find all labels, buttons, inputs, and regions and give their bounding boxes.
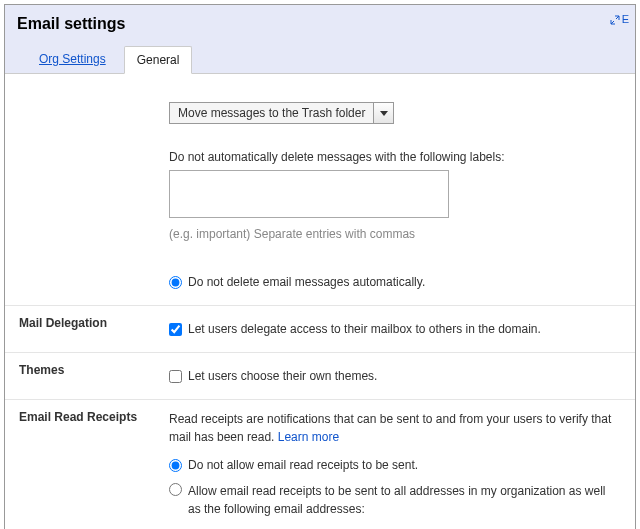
section-body-themes: Let users choose their own themes. — [165, 353, 635, 399]
receipts-description: Read receipts are notifications that can… — [169, 410, 621, 446]
checkbox-themes-label: Let users choose their own themes. — [188, 369, 377, 383]
section-body-delegation: Let users delegate access to their mailb… — [165, 306, 635, 352]
expand-link[interactable]: E — [610, 13, 629, 25]
radio-no-delete[interactable] — [169, 276, 182, 289]
radio-disallow-receipts[interactable] — [169, 459, 182, 472]
section-label-delegation: Mail Delegation — [5, 306, 165, 352]
learn-more-link[interactable]: Learn more — [278, 430, 339, 444]
section-label-receipts: Email Read Receipts — [5, 400, 165, 529]
radio-allow-receipts[interactable] — [169, 483, 182, 496]
checkbox-delegation-label: Let users delegate access to their mailb… — [188, 322, 541, 336]
checkbox-themes[interactable] — [169, 370, 182, 383]
section-themes: Themes Let users choose their own themes… — [5, 353, 635, 400]
section-body-receipts: Read receipts are notifications that can… — [165, 400, 635, 529]
section-receipts: Email Read Receipts Read receipts are no… — [5, 400, 635, 529]
labels-hint: (e.g. important) Separate entries with c… — [169, 227, 621, 241]
content: Move messages to the Trash folder Do not… — [5, 74, 635, 529]
tab-general[interactable]: General — [124, 46, 193, 74]
expand-icon — [610, 15, 620, 25]
tab-org-settings[interactable]: Org Settings — [27, 46, 118, 74]
dropdown-selected: Move messages to the Trash folder — [170, 106, 373, 120]
labels-textarea[interactable] — [169, 170, 449, 218]
radio-no-delete-label: Do not delete email messages automatical… — [188, 275, 425, 289]
section-body-retention: Move messages to the Trash folder Do not… — [165, 74, 635, 305]
section-retention: Move messages to the Trash folder Do not… — [5, 74, 635, 306]
action-dropdown[interactable]: Move messages to the Trash folder — [169, 102, 394, 124]
tabs: Org Settings General — [17, 46, 623, 74]
radio-allow-label: Allow email read receipts to be sent to … — [188, 482, 621, 518]
page-title: Email settings — [17, 15, 623, 33]
expand-label: E — [622, 13, 629, 25]
settings-panel: E Email settings Org Settings General Mo… — [4, 4, 636, 529]
chevron-down-icon — [373, 103, 393, 123]
section-label-retention — [5, 74, 165, 305]
receipts-description-text: Read receipts are notifications that can… — [169, 412, 611, 444]
checkbox-delegation[interactable] — [169, 323, 182, 336]
section-label-themes: Themes — [5, 353, 165, 399]
labels-field-label: Do not automatically delete messages wit… — [169, 150, 621, 164]
section-delegation: Mail Delegation Let users delegate acces… — [5, 306, 635, 353]
header: Email settings Org Settings General — [5, 5, 635, 74]
radio-disallow-label: Do not allow email read receipts to be s… — [188, 458, 418, 472]
radio-no-delete-row: Do not delete email messages automatical… — [169, 275, 621, 289]
